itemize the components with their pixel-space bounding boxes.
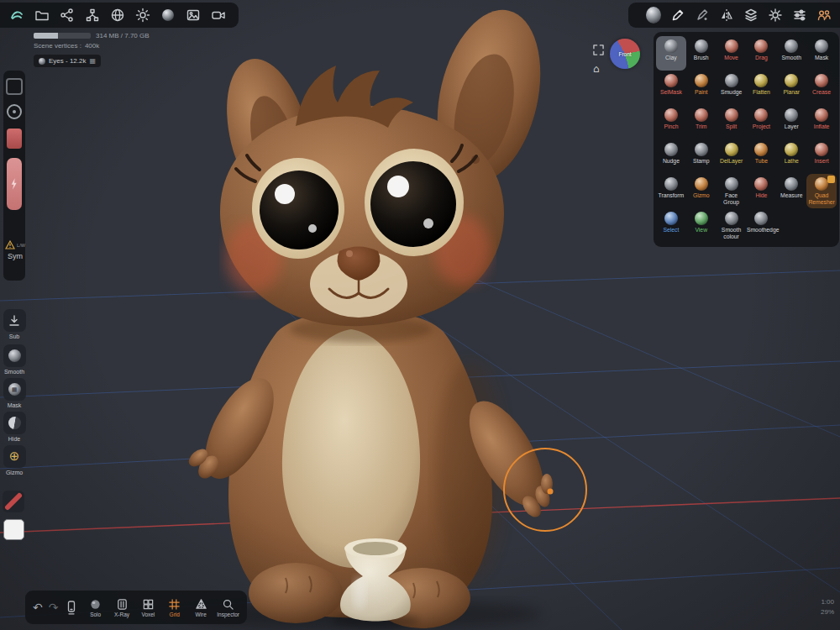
tool-quad-remesher[interactable]: Quad Remesher: [806, 174, 837, 208]
tool-smooth[interactable]: Smooth: [776, 36, 806, 71]
tool-lathe[interactable]: Lathe: [776, 139, 806, 174]
insert-icon: [815, 143, 828, 156]
drag-icon: [754, 39, 768, 53]
tool-view[interactable]: View: [686, 208, 717, 243]
tool-measure[interactable]: Measure: [776, 174, 806, 208]
tool-drag[interactable]: Drag: [746, 36, 776, 71]
toggle-wire[interactable]: Wire: [191, 598, 211, 617]
mask-button[interactable]: ▦ Mask: [1, 378, 28, 408]
export-icon[interactable]: [60, 8, 75, 23]
tool-smooth-colour[interactable]: Smooth colour: [717, 208, 747, 243]
scene-graph-icon[interactable]: [85, 8, 100, 23]
falloff-dot-icon[interactable]: [7, 104, 22, 119]
lighting-icon[interactable]: [135, 8, 150, 23]
orientation-cube[interactable]: Front: [610, 39, 640, 69]
toggle-solo[interactable]: Solo: [85, 598, 105, 617]
stroke-falloff-swatch[interactable]: [3, 491, 24, 512]
tool-mask[interactable]: Mask: [806, 36, 837, 71]
layer-mask-icon: ▦: [89, 57, 96, 65]
toggle-voxel[interactable]: Voxel: [138, 598, 158, 617]
tool-gizmo[interactable]: Gizmo: [686, 174, 717, 208]
toggle-xray[interactable]: X-Ray: [112, 598, 132, 617]
undo-icon[interactable]: ↶: [33, 601, 43, 613]
layer-chip[interactable]: Eyes - 12.2k ▦: [34, 55, 101, 67]
paint-pen-icon[interactable]: [695, 8, 710, 23]
camera-icon[interactable]: [211, 8, 226, 23]
pinch-icon: [664, 108, 678, 122]
toggle-grid[interactable]: Grid: [165, 598, 185, 617]
vertices-value: 400k: [85, 42, 99, 50]
settings-gear-icon[interactable]: [768, 8, 783, 23]
tool-selmask[interactable]: SelMask: [656, 71, 686, 105]
tool-clay[interactable]: Clay: [656, 36, 686, 71]
sub-button[interactable]: Sub: [1, 309, 28, 339]
trim-icon: [695, 108, 708, 122]
intensity-slider[interactable]: [7, 158, 22, 210]
grid-icon: [168, 598, 181, 611]
tool-brush[interactable]: Brush: [686, 36, 717, 71]
tool-nudge[interactable]: Nudge: [656, 139, 686, 174]
gizmo-button[interactable]: ⊕ Gizmo: [1, 445, 28, 475]
stroke-falloff-icon: [4, 492, 23, 511]
hide-button[interactable]: Hide: [1, 412, 28, 442]
layer-chip-label: Eyes - 12.2k: [49, 57, 86, 65]
interface-sliders-icon[interactable]: [792, 8, 807, 23]
tool-face-group[interactable]: Face Group: [717, 174, 747, 208]
paint-icon: [695, 74, 708, 87]
tool-trim[interactable]: Trim: [686, 105, 717, 139]
tool-stamp[interactable]: Stamp: [686, 139, 717, 174]
smooth-button[interactable]: Smooth: [1, 344, 28, 375]
tool-select[interactable]: Select: [656, 208, 686, 243]
sculpt-pencil-icon[interactable]: [670, 8, 685, 23]
split-icon: [725, 108, 738, 122]
clock-text: 1:00: [821, 597, 834, 607]
redo-icon[interactable]: ↷: [49, 601, 59, 613]
vertices-label: Scene vertices :: [34, 42, 81, 50]
material-ball-icon[interactable]: [646, 8, 661, 23]
roughness-swatch[interactable]: [7, 129, 22, 149]
planar-icon: [785, 74, 798, 87]
fullscreen-icon[interactable]: [593, 44, 604, 59]
tool-crease[interactable]: Crease: [806, 71, 837, 105]
image-icon[interactable]: [186, 8, 201, 23]
mask-icon: [815, 39, 828, 53]
tool-smudge[interactable]: Smudge: [717, 71, 747, 105]
environment-icon[interactable]: [160, 8, 176, 23]
tool-hide[interactable]: Hide: [746, 174, 776, 208]
groups-icon[interactable]: [816, 8, 832, 23]
tool-inflate[interactable]: Inflate: [806, 105, 837, 139]
symmetry-icon[interactable]: [719, 8, 734, 23]
alpha-swatch[interactable]: [6, 78, 23, 95]
mask-sphere-icon: ▦: [8, 383, 21, 396]
tool-flatten[interactable]: Flatten: [746, 71, 776, 105]
tool-split[interactable]: Split: [717, 105, 747, 139]
bottom-toolbar: ↶ ↷ Solo X-Ray Voxel Grid Wire Inspector: [25, 591, 247, 624]
tool-insert[interactable]: Insert: [806, 139, 837, 174]
app-logo-icon[interactable]: [9, 8, 24, 23]
paint-color-swatch[interactable]: [3, 519, 24, 540]
layer-sphere-icon: [39, 58, 45, 65]
tool-transform[interactable]: Transform: [656, 174, 686, 208]
tool-planar[interactable]: Planar: [776, 71, 806, 105]
wire-icon: [195, 598, 207, 611]
quad-remesher-icon: [815, 177, 828, 191]
tool-layer[interactable]: Layer: [776, 105, 806, 139]
multires-icon[interactable]: [64, 600, 79, 615]
tool-smoothedge[interactable]: Smoothedge: [746, 208, 776, 243]
files-icon[interactable]: [34, 8, 50, 23]
tool-dellayer[interactable]: DelLayer: [717, 139, 747, 174]
smooth-icon: [785, 39, 798, 53]
flatten-icon: [754, 74, 768, 87]
tool-pinch[interactable]: Pinch: [656, 105, 686, 139]
tool-grid: Clay Brush Move Drag Smooth Mask SelMask…: [656, 36, 837, 243]
layers-icon[interactable]: [743, 8, 759, 23]
toggle-inspector[interactable]: Inspector: [217, 598, 239, 617]
tool-tube[interactable]: Tube: [746, 139, 776, 174]
tool-move[interactable]: Move: [717, 36, 747, 71]
matcap-icon[interactable]: [110, 8, 125, 23]
tool-paint[interactable]: Paint: [686, 71, 717, 105]
tool-project[interactable]: Project: [746, 105, 776, 139]
symmetry-status[interactable]: L/W Sym: [4, 240, 26, 260]
smudge-icon: [725, 74, 738, 87]
home-icon[interactable]: ⌂: [593, 64, 600, 74]
